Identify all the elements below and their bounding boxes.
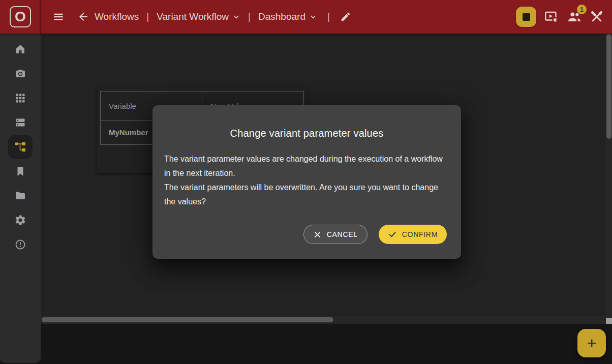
confirm-button[interactable]: CONFIRM bbox=[379, 225, 447, 244]
breadcrumb-separator: | bbox=[139, 11, 157, 22]
sidebar-item-files[interactable] bbox=[8, 184, 33, 208]
workflow-selector-label: Variant Workflow bbox=[157, 11, 229, 22]
server-icon bbox=[14, 116, 26, 129]
pencil-icon bbox=[340, 11, 351, 22]
sidebar bbox=[0, 34, 41, 363]
horizontal-scrollbar-thumb[interactable] bbox=[42, 317, 333, 322]
workflow-selector[interactable]: Variant Workflow bbox=[157, 11, 240, 22]
arrow-back-icon bbox=[77, 11, 89, 23]
camera-icon bbox=[14, 68, 26, 80]
tools-button[interactable] bbox=[590, 10, 604, 24]
app-root: O Workflows | Variant Workflow bbox=[0, 0, 612, 364]
plus-icon: + bbox=[587, 335, 597, 351]
users-count-badge: 1 bbox=[577, 5, 587, 14]
home-icon bbox=[14, 43, 26, 55]
stop-square-icon bbox=[523, 13, 530, 21]
hamburger-icon bbox=[52, 10, 65, 23]
edit-dashboard-button[interactable] bbox=[340, 11, 351, 22]
breadcrumb: Workflows | Variant Workflow | Dashboard… bbox=[52, 10, 351, 23]
sidebar-item-bookmarks[interactable] bbox=[8, 159, 33, 184]
users-button[interactable]: 1 bbox=[567, 9, 582, 24]
check-icon bbox=[388, 230, 397, 239]
dashboard-selector[interactable]: Dashboard bbox=[258, 11, 317, 22]
gear-icon bbox=[14, 214, 26, 226]
breadcrumb-separator: | bbox=[317, 11, 340, 22]
bottom-panel: + bbox=[41, 324, 612, 364]
folder-icon bbox=[14, 190, 26, 202]
logo-letter: O bbox=[15, 9, 26, 25]
dialog-body-line-2: The variant parameters will be overwritt… bbox=[164, 180, 449, 209]
app-logo[interactable]: O bbox=[10, 6, 31, 27]
chevron-down-icon bbox=[232, 13, 240, 21]
sidebar-item-workflows[interactable] bbox=[8, 135, 33, 159]
sidebar-item-cameras[interactable] bbox=[8, 62, 33, 86]
sidebar-item-alerts[interactable] bbox=[8, 232, 33, 257]
logo-section: O bbox=[0, 0, 41, 34]
breadcrumb-workflows[interactable]: Workflows bbox=[95, 11, 139, 22]
dialog-actions: CANCEL CONFIRM bbox=[303, 225, 447, 244]
back-button[interactable] bbox=[77, 11, 89, 23]
sidebar-item-devices[interactable] bbox=[8, 110, 33, 135]
sidebar-item-home[interactable] bbox=[8, 37, 33, 62]
dialog-title: Change variant parameter values bbox=[164, 128, 449, 139]
change-variant-dialog: Change variant parameter values The vari… bbox=[152, 105, 461, 259]
vertical-scrollbar-thumb[interactable] bbox=[606, 34, 611, 139]
top-bar: O Workflows | Variant Workflow bbox=[0, 0, 612, 34]
bookmark-icon bbox=[14, 165, 26, 177]
execution-settings-button[interactable] bbox=[544, 9, 559, 24]
sidebar-item-apps[interactable] bbox=[8, 86, 33, 110]
menu-button[interactable] bbox=[52, 10, 65, 23]
cancel-button-label: CANCEL bbox=[327, 230, 358, 238]
breadcrumb-separator: | bbox=[240, 11, 258, 22]
dialog-body: The variant parameter values are changed… bbox=[164, 152, 449, 209]
chevron-down-icon bbox=[309, 13, 317, 21]
grid-icon bbox=[14, 92, 26, 104]
close-icon bbox=[313, 230, 322, 239]
dialog-body-line-1: The variant parameter values are changed… bbox=[164, 152, 449, 180]
vertical-scrollbar-track[interactable] bbox=[606, 34, 612, 318]
confirm-button-label: CONFIRM bbox=[402, 230, 438, 238]
stop-workflow-button[interactable] bbox=[516, 7, 536, 27]
error-icon bbox=[14, 238, 26, 251]
video-settings-icon bbox=[544, 9, 559, 24]
workflow-tree-icon bbox=[14, 141, 26, 153]
scrollbar-corner bbox=[606, 318, 612, 324]
dashboard-selector-label: Dashboard bbox=[258, 11, 305, 22]
crossed-tools-icon bbox=[590, 10, 604, 24]
cancel-button[interactable]: CANCEL bbox=[303, 225, 368, 244]
sidebar-item-settings[interactable] bbox=[8, 208, 33, 232]
horizontal-scrollbar-track[interactable] bbox=[41, 316, 606, 324]
top-bar-actions: 1 bbox=[516, 7, 604, 27]
add-button[interactable]: + bbox=[577, 329, 606, 357]
